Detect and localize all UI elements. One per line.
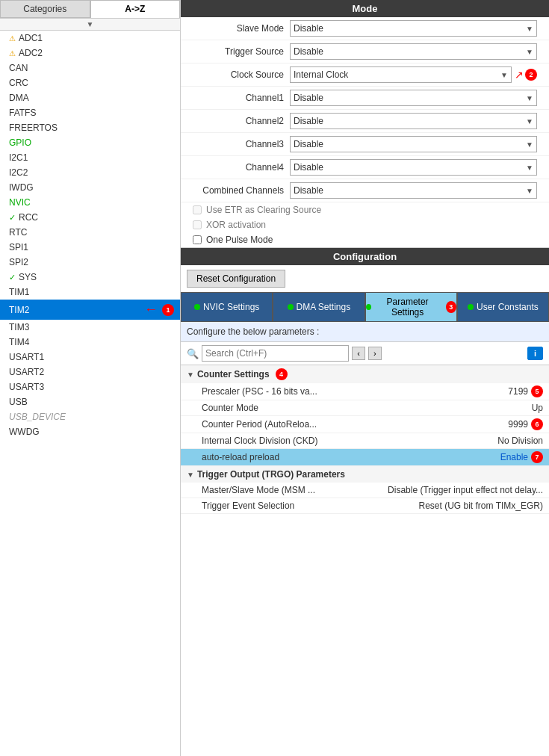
checkbox-input-use-etr: [193, 205, 202, 214]
field-select-slave-mode[interactable]: Disable▼: [290, 20, 537, 37]
config-tab-user-constants[interactable]: User Constants: [457, 292, 549, 322]
tab-az[interactable]: A->Z: [90, 0, 181, 18]
config-tab-dma-settings[interactable]: DMA Settings: [273, 292, 365, 322]
main-panel: Mode Slave ModeDisable▼Trigger SourceDis…: [181, 0, 549, 756]
mode-field-channel3: Channel3Disable▼: [181, 133, 549, 156]
sidebar-item-label: SPI1: [9, 242, 28, 252]
field-select-combined-channels[interactable]: Disable▼: [290, 182, 537, 199]
sidebar-item-nvic[interactable]: NVIC: [0, 195, 180, 210]
search-next-button[interactable]: ›: [368, 347, 382, 360]
sidebar-item-tim1[interactable]: TIM1: [0, 285, 180, 300]
sidebar-item-iwdg[interactable]: IWDG: [0, 180, 180, 195]
field-select-channel3[interactable]: Disable▼: [290, 136, 537, 152]
param-name: Counter Mode: [202, 403, 532, 413]
sidebar-item-can[interactable]: CAN: [0, 61, 180, 75]
param-name: Master/Slave Mode (MSM ...: [202, 485, 388, 495]
sidebar-item-label: SYS: [19, 272, 37, 282]
sidebar-item-tim3[interactable]: TIM3: [0, 320, 180, 335]
tab-status-dot: [468, 304, 474, 310]
search-input[interactable]: [202, 345, 349, 362]
checkbox-use-etr: Use ETR as Clearing Source: [181, 202, 549, 217]
sidebar-item-spi1[interactable]: SPI1: [0, 240, 180, 255]
warn-icon: ⚠: [9, 49, 16, 58]
mode-field-trigger-source: Trigger SourceDisable▼: [181, 40, 549, 63]
sidebar-item-rtc[interactable]: RTC: [0, 225, 180, 240]
chevron-down-icon: ▼: [526, 140, 533, 149]
sidebar-item-tim4[interactable]: TIM4: [0, 335, 180, 350]
params-list: ▼Counter Settings4Prescaler (PSC - 16 bi…: [181, 365, 549, 756]
sidebar-item-spi2[interactable]: SPI2: [0, 255, 180, 270]
sidebar-item-sys[interactable]: ✓SYS: [0, 270, 180, 285]
param-name: Trigger Event Selection: [202, 501, 419, 511]
param-row-counter-period[interactable]: Counter Period (AutoReloa...99996: [181, 416, 549, 433]
param-group-counter-settings[interactable]: ▼Counter Settings4: [181, 365, 549, 383]
field-select-channel1[interactable]: Disable▼: [290, 90, 537, 106]
info-button[interactable]: i: [527, 347, 543, 360]
sidebar-item-usart3[interactable]: USART3: [0, 379, 180, 394]
field-select-clock-source[interactable]: Internal Clock▼: [290, 66, 512, 83]
sidebar-tab-bar: Categories A->Z: [0, 0, 180, 19]
sidebar-item-rcc[interactable]: ✓RCC: [0, 210, 180, 225]
sidebar-item-label: USART1: [9, 352, 44, 362]
tab-label: DMA Settings: [297, 302, 351, 312]
field-select-trigger-source[interactable]: Disable▼: [290, 43, 537, 60]
field-label: Trigger Source: [193, 46, 290, 57]
tab-label: User Constants: [477, 302, 539, 312]
sidebar-item-i2c1[interactable]: I2C1: [0, 150, 180, 165]
sidebar-sort: ▼: [0, 19, 180, 31]
config-tab-nvic-settings[interactable]: NVIC Settings: [181, 292, 273, 322]
sidebar-item-label: GPIO: [9, 137, 31, 148]
mode-checkboxes: Use ETR as Clearing SourceXOR activation…: [181, 202, 549, 247]
field-value: Disable: [294, 162, 323, 173]
sidebar-item-usb_device[interactable]: USB_DEVICE: [0, 409, 180, 424]
param-value: Reset (UG bit from TIMx_EGR): [419, 501, 543, 511]
sidebar-item-label: TIM1: [9, 287, 29, 297]
param-row-trigger-event[interactable]: Trigger Event SelectionReset (UG bit fro…: [181, 498, 549, 514]
param-row-clock-division[interactable]: Internal Clock Division (CKD)No Division: [181, 433, 549, 449]
sidebar-item-i2c2[interactable]: I2C2: [0, 165, 180, 180]
sidebar-item-freertos[interactable]: FREERTOS: [0, 120, 180, 135]
param-row-auto-reload[interactable]: auto-reload preloadEnable7: [181, 449, 549, 466]
param-value: Up: [532, 403, 543, 413]
field-label: Channel1: [193, 93, 290, 103]
sidebar-item-label: IWDG: [9, 182, 34, 193]
field-label: Channel2: [193, 116, 290, 126]
sidebar-item-wwdg[interactable]: WWDG: [0, 424, 180, 439]
field-select-channel4[interactable]: Disable▼: [290, 159, 537, 176]
param-row-prescaler[interactable]: Prescaler (PSC - 16 bits va...71995: [181, 383, 549, 400]
param-row-master-slave[interactable]: Master/Slave Mode (MSM ...Disable (Trigg…: [181, 483, 549, 498]
sidebar-item-crc[interactable]: CRC: [0, 75, 180, 90]
checkbox-label: XOR activation: [206, 220, 266, 230]
expand-icon: ▼: [187, 471, 194, 479]
group-label: Counter Settings: [197, 369, 270, 379]
field-value: Disable: [294, 139, 323, 149]
sidebar-item-usart2[interactable]: USART2: [0, 365, 180, 379]
sidebar-item-fatfs[interactable]: FATFS: [0, 105, 180, 120]
config-description: Configure the below parameters :: [181, 322, 549, 342]
search-row: 🔍 ‹ › i: [181, 342, 549, 365]
sidebar-item-adc2[interactable]: ⚠ADC2: [0, 46, 180, 61]
sidebar-item-label: WWDG: [9, 427, 40, 437]
search-prev-button[interactable]: ‹: [352, 347, 365, 360]
sidebar-item-label: FATFS: [9, 108, 36, 118]
sidebar-list: ⚠ADC1⚠ADC2CANCRCDMAFATFSFREERTOSGPIOI2C1…: [0, 31, 180, 756]
checkbox-input-one-pulse[interactable]: [193, 235, 202, 244]
sidebar-item-tim2[interactable]: TIM2←1: [0, 300, 180, 320]
config-tab-parameter-settings[interactable]: Parameter Settings3: [365, 292, 457, 322]
field-select-channel2[interactable]: Disable▼: [290, 113, 537, 129]
param-group-trgo-params[interactable]: ▼Trigger Output (TRGO) Parameters: [181, 466, 549, 483]
sidebar-item-adc1[interactable]: ⚠ADC1: [0, 31, 180, 46]
config-section: Configuration Reset Configuration NVIC S…: [181, 248, 549, 756]
chevron-down-icon: ▼: [526, 164, 533, 172]
sidebar-item-dma[interactable]: DMA: [0, 90, 180, 105]
config-tabs: NVIC SettingsDMA SettingsParameter Setti…: [181, 292, 549, 322]
param-row-counter-mode[interactable]: Counter ModeUp: [181, 400, 549, 416]
tab-categories[interactable]: Categories: [0, 0, 90, 18]
sidebar-item-label: SPI2: [9, 257, 28, 267]
sidebar-item-gpio[interactable]: GPIO: [0, 135, 180, 150]
field-value: Disable: [294, 46, 323, 57]
tab-status-dot: [194, 304, 200, 310]
sidebar-item-usb[interactable]: USB: [0, 394, 180, 409]
sidebar-item-usart1[interactable]: USART1: [0, 350, 180, 365]
reset-configuration-button[interactable]: Reset Configuration: [187, 270, 285, 288]
